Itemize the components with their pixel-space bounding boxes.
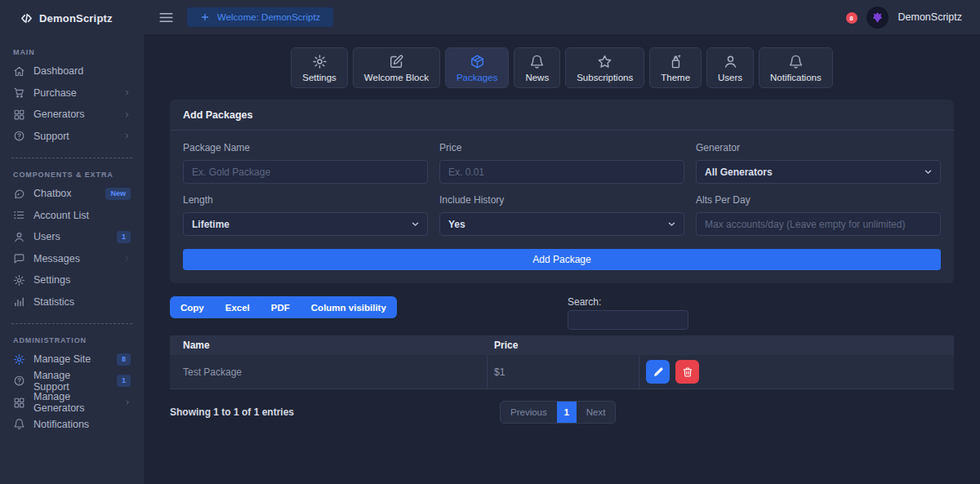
length-select[interactable]: Lifetime [183,212,428,236]
header-username[interactable]: DemonScriptz [898,11,963,23]
chevron-right-icon [123,255,131,262]
sidebar-item-support[interactable]: Support [11,126,132,148]
excel-button[interactable]: Excel [215,296,261,318]
previous-page-button[interactable]: Previous [501,402,557,423]
sidebar-item-manage-support[interactable]: Manage Support 1 [11,371,132,393]
brand-name: DemonScriptz [39,12,113,24]
sidebar-item-manage-generators[interactable]: Manage Generators [11,392,132,414]
brand-logo[interactable]: DemonScriptz [11,0,132,36]
hamburger-menu-icon[interactable] [158,10,174,25]
sidebar-item-messages[interactable]: Messages [11,248,132,270]
sidebar-item-generators[interactable]: Generators [11,104,132,126]
tab-notifications[interactable]: Notifications [759,47,833,88]
tab-theme[interactable]: Theme [649,47,702,88]
grid-icon [13,397,25,409]
plus-icon [200,12,210,22]
count-badge: 1 [117,375,131,387]
generator-label: Generator [696,142,941,153]
column-header-price[interactable]: Price [488,340,639,351]
count-badge: 1 [117,231,131,243]
pdf-button[interactable]: PDF [261,296,301,318]
include-history-label: Include History [439,194,684,206]
cell-actions [639,355,954,389]
add-package-button[interactable]: Add Package [183,249,941,270]
package-name-input[interactable] [183,160,428,184]
sidebar-section-main: MAIN [13,48,132,56]
alts-per-day-label: Alts Per Day [696,194,941,206]
tab-packages[interactable]: Packages [445,47,510,88]
card-body: Package Name Price Generator All Generat… [170,131,954,283]
bell-icon [788,54,804,69]
tab-label: News [525,73,549,82]
tab-label: Packages [457,73,498,82]
main-content: Settings Welcome Block Packages News Sub… [144,34,980,484]
tab-subscriptions[interactable]: Subscriptions [565,47,644,88]
tab-users[interactable]: Users [706,47,754,88]
current-page-button[interactable]: 1 [557,402,577,423]
table-header-row: Name Price [170,335,954,355]
gear-icon [13,353,25,366]
top-header: Welcome: DemonScriptz 8 DemonScriptz [144,0,980,34]
sidebar-divider [11,323,132,324]
field-price: Price [439,142,684,184]
sidebar-item-label: Settings [33,274,70,286]
generator-select[interactable]: All Generators [696,160,941,184]
sidebar-divider [11,158,132,158]
sidebar-item-chatbox[interactable]: Chatbox New [11,183,132,205]
welcome-button-label: Welcome: DemonScriptz [217,12,320,22]
list-icon [13,209,25,221]
sidebar-item-notifications[interactable]: Notifications [11,414,132,436]
tab-label: Notifications [770,73,822,82]
sidebar-section-components: COMPONENTS & EXTRA [13,171,132,179]
sidebar-item-manage-site[interactable]: Manage Site 8 [11,349,132,371]
sidebar-item-label: Messages [33,253,80,264]
chevron-right-icon [124,399,131,406]
delete-package-button[interactable] [675,360,699,384]
sidebar-item-label: Manage Support [33,370,109,393]
gear-icon [13,274,25,286]
alts-per-day-input[interactable] [696,212,941,236]
cube-icon [470,54,485,69]
welcome-button[interactable]: Welcome: DemonScriptz [187,7,333,27]
copy-button[interactable]: Copy [170,296,215,318]
chevron-right-icon [123,132,131,140]
pagination: Previous 1 Next [500,401,616,424]
avatar[interactable] [866,7,889,29]
sidebar-item-label: Dashboard [33,65,83,77]
sidebar-item-settings[interactable]: Settings [11,269,132,291]
sidebar-item-label: Statistics [33,296,74,308]
field-package-name: Package Name [183,142,428,184]
package-name-label: Package Name [183,142,428,153]
sidebar-item-account-list[interactable]: Account List [11,205,132,227]
star-icon [597,54,612,69]
include-history-select[interactable]: Yes [439,212,684,236]
new-badge: New [105,188,131,200]
sidebar-item-purchase[interactable]: Purchase [11,82,132,104]
field-include-history: Include History Yes [439,194,684,236]
sidebar-item-statistics[interactable]: Statistics [11,291,132,313]
price-input[interactable] [439,160,684,184]
packages-table: Name Price Test Package $1 [170,335,954,389]
bar-chart-icon [13,295,25,308]
sidebar-item-label: Manage Generators [33,391,116,414]
sidebar-item-label: Support [33,131,69,142]
sidebar-item-label: Generators [33,109,85,120]
column-visibility-button[interactable]: Column visibility [301,296,397,318]
sidebar-item-users[interactable]: Users 1 [11,226,132,248]
admin-tabs: Settings Welcome Block Packages News Sub… [170,47,954,88]
pencil-icon [653,366,664,378]
search-input[interactable] [568,310,688,330]
sidebar-item-label: Manage Site [33,353,91,365]
notification-count-badge: 8 [846,12,858,24]
tab-welcome-block[interactable]: Welcome Block [353,47,440,88]
sidebar-item-label: Users [33,231,60,242]
cell-package-name: Test Package [170,355,488,389]
search-label: Search: [568,296,688,308]
column-header-name[interactable]: Name [170,340,488,351]
edit-package-button[interactable] [646,360,670,384]
tab-settings[interactable]: Settings [291,47,348,88]
tab-news[interactable]: News [514,47,560,88]
next-page-button[interactable]: Next [577,402,616,423]
sidebar-item-dashboard[interactable]: Dashboard [11,60,132,82]
table-row: Test Package $1 [170,355,954,389]
